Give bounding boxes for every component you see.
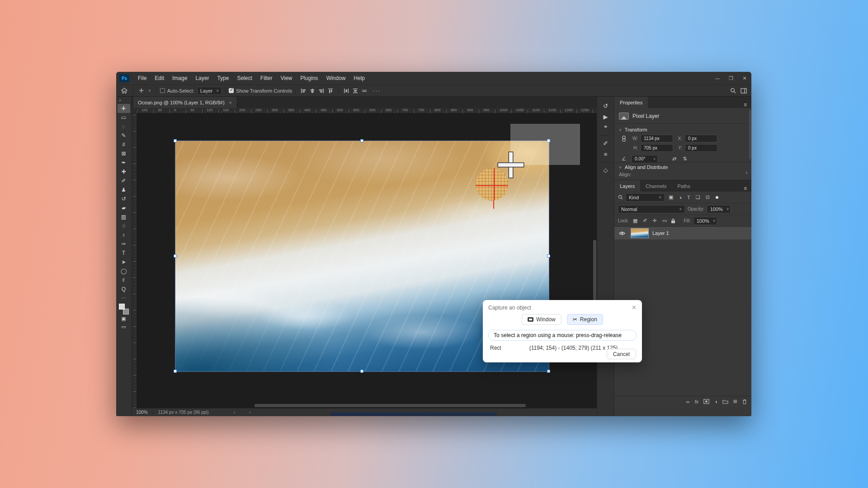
move-tool[interactable]: ✛ xyxy=(118,104,130,113)
rotation-field[interactable]: 0.00°∨ xyxy=(632,155,658,163)
menu-view[interactable]: View xyxy=(276,72,296,84)
filter-pixel-layers-icon[interactable]: ▣ xyxy=(669,194,673,200)
tab-paths[interactable]: Paths xyxy=(672,180,696,192)
type-tool[interactable]: T xyxy=(118,249,130,258)
auto-select-target-dropdown[interactable]: Layer ∨ xyxy=(197,87,222,95)
lock-position-icon[interactable]: ✛ xyxy=(653,218,657,224)
link-layers-icon[interactable]: ∞ xyxy=(686,399,690,404)
eraser-tool[interactable]: ▰ xyxy=(118,203,130,212)
layer-filter-search-icon[interactable] xyxy=(618,195,623,200)
toolbar-collapse-icon[interactable]: » xyxy=(116,97,121,104)
document-viewport[interactable] xyxy=(137,113,597,408)
document-tab[interactable]: Ocean.png @ 100% (Layer 1, RGB/8#) × xyxy=(133,97,236,108)
workspace-switcher-icon[interactable] xyxy=(741,88,747,94)
menu-select[interactable]: Select xyxy=(233,72,256,84)
menu-plugins[interactable]: Plugins xyxy=(296,72,322,84)
brush-tool[interactable]: ✐ xyxy=(118,176,130,185)
flip-vertical-icon[interactable]: ⇅ xyxy=(683,156,687,162)
auto-select-checkbox[interactable] xyxy=(160,88,165,93)
document-tab-close-icon[interactable]: × xyxy=(229,100,232,105)
search-icon[interactable] xyxy=(730,88,736,94)
align-horizontal-centers-icon[interactable] xyxy=(310,88,315,94)
fill-dropdown[interactable]: 100%∨ xyxy=(693,217,717,225)
lock-image-pixels-icon[interactable]: ✐ xyxy=(643,218,647,224)
filter-type-layers-icon[interactable]: T xyxy=(687,195,690,200)
link-dimensions-icon[interactable] xyxy=(619,135,629,142)
show-transform-controls-checkbox[interactable] xyxy=(229,88,234,93)
layer-mask-icon[interactable] xyxy=(703,399,709,404)
layer-filter-kind-dropdown[interactable]: Kind∨ xyxy=(626,193,665,202)
align-right-edges-icon[interactable] xyxy=(319,88,324,94)
quick-mask-mode-icon[interactable]: ▣ xyxy=(118,314,130,323)
layer-style-fx-icon[interactable]: fx xyxy=(695,399,699,404)
zoom-level[interactable]: 100% xyxy=(132,410,152,415)
align-top-edges-icon[interactable] xyxy=(328,88,333,94)
brush-settings-icon[interactable]: ✐ xyxy=(600,138,612,149)
path-selection-tool[interactable]: ➤ xyxy=(118,258,130,267)
transform-handle-bottom-center[interactable] xyxy=(360,370,363,373)
actions-play-icon[interactable]: ▶ xyxy=(600,111,612,122)
new-group-folder-icon[interactable] xyxy=(722,399,728,404)
lock-all-icon[interactable] xyxy=(671,218,675,224)
restore-button[interactable]: ❐ xyxy=(724,72,738,84)
distribute-horizontal-icon[interactable] xyxy=(344,88,349,94)
home-icon[interactable] xyxy=(119,88,130,94)
chevron-down-icon[interactable]: ∨ xyxy=(619,128,622,132)
distribute-spacing-icon[interactable] xyxy=(362,88,367,94)
chevron-down-icon[interactable]: ∨ xyxy=(619,165,622,169)
properties-scrollbar[interactable] xyxy=(749,110,751,160)
delete-layer-trash-icon[interactable] xyxy=(742,399,747,404)
chevron-down-icon[interactable]: ∨ xyxy=(146,89,153,93)
color-swatches[interactable] xyxy=(118,304,129,314)
history-brush-tool[interactable]: ↺ xyxy=(118,194,130,203)
menu-edit[interactable]: Edit xyxy=(151,72,168,84)
horizontal-scrollbar-thumb[interactable] xyxy=(255,404,526,407)
layer-row-layer-1[interactable]: Layer 1 xyxy=(614,227,751,239)
dialog-close-icon[interactable]: ✕ xyxy=(632,304,637,311)
transform-handle-top-center[interactable] xyxy=(360,139,363,142)
transform-handle-top-left[interactable] xyxy=(174,139,177,142)
cancel-button[interactable]: Cancel xyxy=(607,349,636,359)
tab-channels[interactable]: Channels xyxy=(640,180,672,192)
menu-layer[interactable]: Layer xyxy=(191,72,213,84)
move-tool-options-icon[interactable]: ✛ xyxy=(137,87,146,94)
menu-help[interactable]: Help xyxy=(349,72,369,84)
menu-filter[interactable]: Filter xyxy=(256,72,277,84)
blend-mode-dropdown[interactable]: Normal∨ xyxy=(618,205,685,213)
layer-thumbnail[interactable] xyxy=(631,228,649,238)
opacity-dropdown[interactable]: 100%∨ xyxy=(707,205,731,213)
transform-handle-bottom-left[interactable] xyxy=(174,370,177,373)
layer-visibility-eye-icon[interactable] xyxy=(617,231,627,235)
adjustment-layer-icon[interactable]: ◑ xyxy=(714,399,717,404)
rectangular-marquee-tool[interactable]: ▭ xyxy=(118,113,130,122)
gradients-icon[interactable]: ≡ xyxy=(600,149,612,160)
region-capture-button[interactable]: ✂ Region xyxy=(567,314,603,325)
more-options-icon[interactable]: ··· xyxy=(373,88,381,94)
object-selection-tool[interactable]: ✎ xyxy=(118,131,130,140)
edit-toolbar-icon[interactable]: ··· xyxy=(118,294,130,302)
crop-tool[interactable]: # xyxy=(118,140,130,149)
minimize-button[interactable]: — xyxy=(711,72,724,84)
screen-mode-icon[interactable]: ▭ xyxy=(118,323,130,331)
lasso-tool[interactable]: ◌ xyxy=(118,122,130,131)
chevron-down-icon[interactable]: ∨ xyxy=(745,171,748,175)
width-field[interactable]: 1134 px xyxy=(641,135,673,142)
panel-menu-icon[interactable]: ≡ xyxy=(744,102,751,108)
lock-transparent-pixels-icon[interactable]: ▦ xyxy=(633,218,637,224)
hand-tool[interactable]: ✌ xyxy=(118,276,130,285)
filter-adjustment-layers-icon[interactable]: ◑ xyxy=(679,195,682,200)
menu-file[interactable]: File xyxy=(134,72,151,84)
lock-artboard-icon[interactable]: ▭ xyxy=(662,218,667,224)
3d-icon[interactable]: ◇ xyxy=(600,164,612,175)
foreground-color-swatch[interactable] xyxy=(119,304,125,310)
window-capture-button[interactable]: Window xyxy=(522,314,561,325)
align-left-edges-icon[interactable] xyxy=(301,88,306,94)
flip-horizontal-icon[interactable]: ⇄ xyxy=(672,156,676,162)
pen-tool[interactable]: ✑ xyxy=(118,239,130,249)
spot-healing-brush-tool[interactable]: ✚ xyxy=(118,167,130,176)
dodge-tool[interactable]: ♁ xyxy=(118,230,130,239)
transform-handle-bottom-right[interactable] xyxy=(547,370,550,373)
menu-image[interactable]: Image xyxy=(168,72,191,84)
clone-stamp-tool[interactable]: ♟ xyxy=(118,185,130,194)
filter-toggle-icon[interactable] xyxy=(716,196,718,199)
